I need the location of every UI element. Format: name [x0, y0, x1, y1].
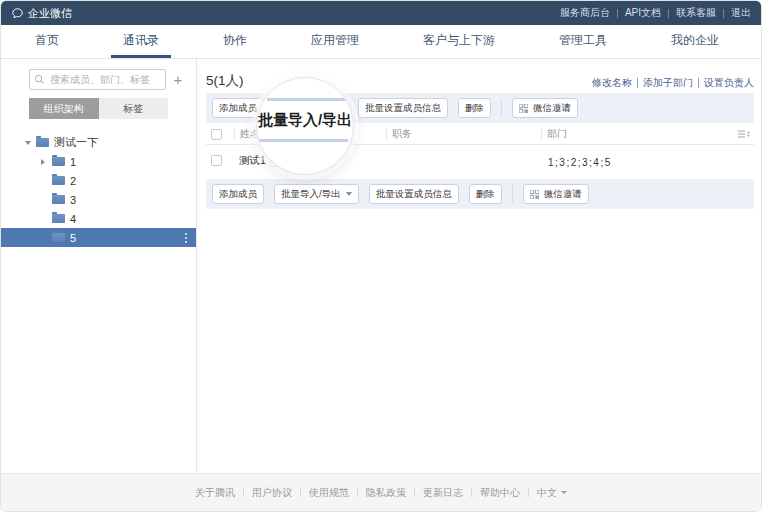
caret-down-icon[interactable] — [25, 141, 31, 145]
column-settings-icon[interactable] — [728, 129, 754, 139]
tree-item-5[interactable]: 5 — [1, 228, 196, 247]
magnified-label: 批量导入/导出 — [257, 111, 353, 130]
column-position: 职务 — [392, 127, 412, 141]
tree-item-label: 2 — [70, 175, 76, 187]
set-manager-link[interactable]: 设置负责人 — [704, 76, 754, 90]
topbar: 企业微信 服务商后台 API文档 联系客服 退出 — [1, 1, 761, 25]
department-actions: 修改名称 添加子部门 设置负责人 — [592, 76, 754, 90]
tree-item-label: 5 — [70, 232, 76, 244]
magnified-border-bottom — [257, 139, 348, 142]
provider-console-link[interactable]: 服务商后台 — [560, 6, 610, 20]
add-sub-department-link[interactable]: 添加子部门 — [643, 76, 693, 90]
delete-button[interactable]: 删除 — [458, 98, 491, 118]
tab-org-structure[interactable]: 组织架构 — [29, 98, 99, 119]
delete-button[interactable]: 删除 — [469, 184, 502, 204]
divider — [300, 488, 301, 497]
column-department: 部门 — [547, 127, 567, 141]
folder-icon — [52, 233, 65, 242]
member-name: 测试1 — [239, 154, 266, 168]
chat-bubble-icon — [11, 7, 24, 20]
divider — [637, 78, 638, 88]
batch-set-info-button[interactable]: 批量设置成员信息 — [358, 98, 448, 118]
org-tree: 测试一下 1 2 3 — [1, 133, 196, 247]
wechat-invite-button[interactable]: 微信邀请 — [523, 184, 589, 204]
divider — [501, 99, 502, 117]
language-selector[interactable]: 中文 — [537, 486, 567, 500]
search-wrap — [29, 69, 166, 90]
more-options-icon[interactable] — [185, 237, 187, 239]
batch-set-info-button[interactable]: 批量设置成员信息 — [369, 184, 459, 204]
sidebar: + 组织架构 标签 测试一下 1 — [1, 59, 197, 473]
main-nav: 首页 通讯录 协作 应用管理 客户与上下游 管理工具 我的企业 — [1, 25, 761, 59]
topbar-links: 服务商后台 API文档 联系客服 退出 — [560, 6, 751, 20]
about-tencent-link[interactable]: 关于腾讯 — [195, 486, 235, 500]
sidebar-add-button[interactable]: + — [166, 69, 190, 90]
sidebar-tabs: 组织架构 标签 — [29, 98, 168, 119]
content-area: + 组织架构 标签 测试一下 1 — [1, 59, 761, 473]
nav-tab-app-management[interactable]: 应用管理 — [299, 25, 371, 58]
footer: 关于腾讯 用户协议 使用规范 隐私政策 更新日志 帮助中心 中文 — [1, 473, 761, 511]
divider — [617, 9, 618, 18]
brand-name: 企业微信 — [28, 6, 72, 21]
chevron-down-icon — [346, 192, 352, 196]
divider — [357, 488, 358, 497]
nav-tab-collaboration[interactable]: 协作 — [211, 25, 259, 58]
divider — [723, 9, 724, 18]
brand-logo: 企业微信 — [11, 6, 72, 21]
search-icon — [34, 74, 45, 85]
chevron-down-icon — [561, 491, 567, 494]
toolbar-bottom: 添加成员 批量导入/导出 批量设置成员信息 删除 微信邀请 — [206, 179, 754, 209]
nav-tab-contacts[interactable]: 通讯录 — [111, 25, 171, 58]
tree-item-2[interactable]: 2 — [1, 171, 196, 190]
tree-item-3[interactable]: 3 — [1, 190, 196, 209]
nav-tab-admin-tools[interactable]: 管理工具 — [547, 25, 619, 58]
logout-link[interactable]: 退出 — [731, 6, 751, 20]
tree-item-label: 3 — [70, 194, 76, 206]
divider — [243, 488, 244, 497]
divider — [414, 488, 415, 497]
usage-rules-link[interactable]: 使用规范 — [309, 486, 349, 500]
qr-code-icon — [530, 190, 539, 199]
qr-code-icon — [519, 104, 528, 113]
add-member-button[interactable]: 添加成员 — [212, 184, 264, 204]
app-window: 企业微信 服务商后台 API文档 联系客服 退出 首页 通讯录 协作 应用管理 … — [0, 0, 762, 512]
tab-labels[interactable]: 标签 — [99, 98, 169, 119]
rename-link[interactable]: 修改名称 — [592, 76, 632, 90]
tree-item-1[interactable]: 1 — [1, 152, 196, 171]
user-agreement-link[interactable]: 用户协议 — [252, 486, 292, 500]
nav-tab-home[interactable]: 首页 — [23, 25, 71, 58]
tree-item-root[interactable]: 测试一下 — [1, 133, 196, 152]
api-docs-link[interactable]: API文档 — [625, 6, 661, 20]
magnified-border-top — [267, 98, 353, 101]
search-input[interactable] — [29, 69, 166, 90]
tree-item-label: 4 — [70, 213, 76, 225]
nav-tab-customers[interactable]: 客户与上下游 — [411, 25, 507, 58]
caret-right-icon[interactable] — [41, 159, 45, 165]
folder-icon — [52, 214, 65, 223]
row-checkbox[interactable] — [211, 155, 222, 166]
divider — [698, 78, 699, 88]
folder-icon — [52, 195, 65, 204]
help-center-link[interactable]: 帮助中心 — [480, 486, 520, 500]
wechat-invite-button[interactable]: 微信邀请 — [512, 98, 578, 118]
privacy-policy-link[interactable]: 隐私政策 — [366, 486, 406, 500]
folder-icon — [36, 138, 49, 147]
main-panel: 5(1人) 修改名称 添加子部门 设置负责人 添加成员 批量设置成员信息 删除 — [197, 59, 761, 473]
nav-tab-my-company[interactable]: 我的企业 — [659, 25, 731, 58]
divider — [668, 9, 669, 18]
tree-item-4[interactable]: 4 — [1, 209, 196, 228]
divider — [512, 185, 513, 203]
divider — [471, 488, 472, 497]
changelog-link[interactable]: 更新日志 — [423, 486, 463, 500]
folder-icon — [52, 157, 65, 166]
select-all-checkbox[interactable] — [211, 129, 222, 140]
folder-icon — [52, 176, 65, 185]
department-title: 5(1人) — [206, 72, 244, 90]
contact-support-link[interactable]: 联系客服 — [676, 6, 716, 20]
divider — [528, 488, 529, 497]
tree-item-label: 1 — [70, 156, 76, 168]
search-row: + — [1, 69, 196, 90]
tree-item-label: 测试一下 — [54, 135, 98, 150]
member-department: 1;3;2;3;4;5 — [546, 157, 612, 168]
batch-import-export-button[interactable]: 批量导入/导出 — [274, 184, 359, 204]
